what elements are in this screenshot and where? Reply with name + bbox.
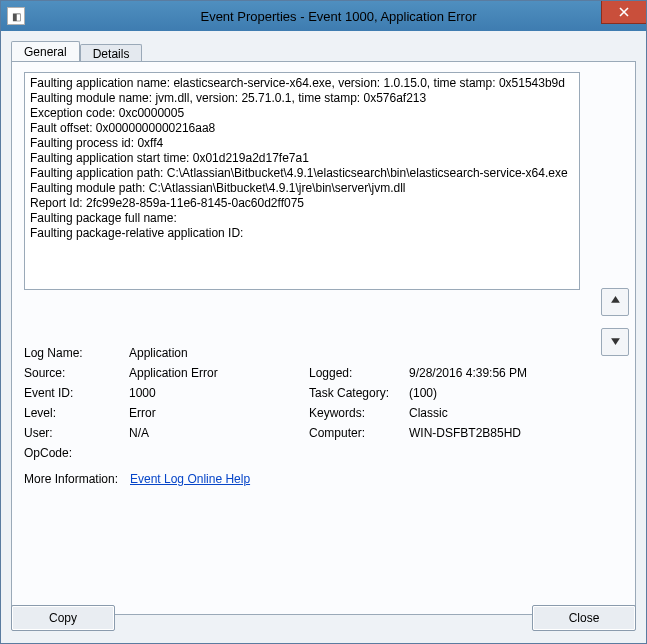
log-name-value: Application <box>129 346 569 360</box>
event-id-label: Event ID: <box>24 386 129 400</box>
more-information-label: More Information: <box>24 472 130 486</box>
tab-panel-general: Faulting application name: elasticsearch… <box>11 61 636 615</box>
tab-general[interactable]: General <box>11 41 80 62</box>
source-label: Source: <box>24 366 129 380</box>
close-icon <box>619 6 629 19</box>
app-icon: ◧ <box>7 7 25 25</box>
event-id-value: 1000 <box>129 386 309 400</box>
task-category-label: Task Category: <box>309 386 409 400</box>
source-value: Application Error <box>129 366 309 380</box>
close-button[interactable]: Close <box>532 605 636 631</box>
logged-value: 9/28/2016 4:39:56 PM <box>409 366 569 380</box>
opcode-value <box>129 446 569 460</box>
logged-label: Logged: <box>309 366 409 380</box>
more-information-row: More Information: Event Log Online Help <box>24 472 623 486</box>
copy-button[interactable]: Copy <box>11 605 115 631</box>
next-event-button[interactable] <box>601 328 629 356</box>
event-log-online-help-link[interactable]: Event Log Online Help <box>130 472 250 486</box>
tab-strip: General Details <box>11 39 636 61</box>
opcode-label: OpCode: <box>24 446 129 460</box>
log-name-label: Log Name: <box>24 346 129 360</box>
title-bar: ◧ Event Properties - Event 1000, Applica… <box>1 1 646 31</box>
arrow-down-icon <box>610 335 621 349</box>
previous-event-button[interactable] <box>601 288 629 316</box>
user-label: User: <box>24 426 129 440</box>
level-label: Level: <box>24 406 129 420</box>
keywords-value: Classic <box>409 406 569 420</box>
computer-value: WIN-DSFBT2B85HD <box>409 426 569 440</box>
keywords-label: Keywords: <box>309 406 409 420</box>
computer-label: Computer: <box>309 426 409 440</box>
window-close-button[interactable] <box>601 1 646 24</box>
event-description[interactable]: Faulting application name: elasticsearch… <box>24 72 580 290</box>
window-title: Event Properties - Event 1000, Applicati… <box>31 9 646 24</box>
event-properties-grid: Log Name: Application Source: Applicatio… <box>24 346 623 460</box>
task-category-value: (100) <box>409 386 569 400</box>
user-value: N/A <box>129 426 309 440</box>
level-value: Error <box>129 406 309 420</box>
event-properties-window: ◧ Event Properties - Event 1000, Applica… <box>0 0 647 644</box>
arrow-up-icon <box>610 295 621 309</box>
